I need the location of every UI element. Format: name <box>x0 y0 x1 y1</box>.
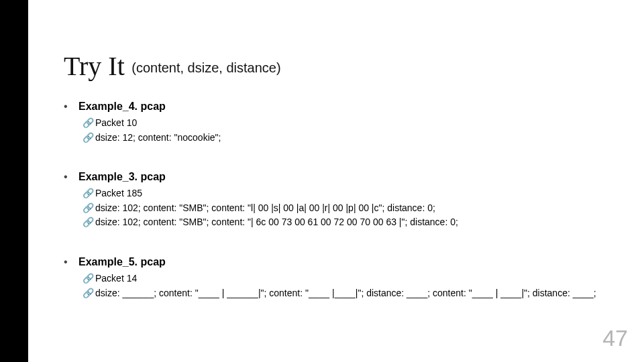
link-icon: 🔗 <box>83 272 94 286</box>
link-icon: 🔗 <box>83 187 94 200</box>
link-icon: 🔗 <box>83 117 94 130</box>
slide-subtitle: (content, dsize, distance) <box>131 60 280 75</box>
example-line: 🔗Packet 14 <box>83 272 604 286</box>
example-heading: Example_5. pcap <box>64 256 604 268</box>
bullet-list: Example_4. pcap 🔗Packet 10 🔗dsize: 12; c… <box>64 101 604 300</box>
left-accent-bar <box>0 0 28 362</box>
example-line: 🔗dsize: 102; content: "SMB"; content: "l… <box>83 202 604 215</box>
example-line: 🔗dsize: 12; content: "nocookie"; <box>83 131 604 145</box>
link-icon: 🔗 <box>83 131 94 145</box>
example-line: 🔗Packet 10 <box>83 117 604 130</box>
slide-content: Try It (content, dsize, distance) Exampl… <box>64 50 604 301</box>
slide-title: Try It <box>64 51 125 81</box>
page-number: 47 <box>602 325 628 351</box>
example-line: 🔗Packet 185 <box>83 187 604 200</box>
link-icon: 🔗 <box>83 216 94 229</box>
link-icon: 🔗 <box>83 287 94 300</box>
example-heading: Example_4. pcap <box>64 101 604 113</box>
example-line: 🔗dsize: ______; content: "____ | ______|… <box>83 287 604 300</box>
slide: Try It (content, dsize, distance) Exampl… <box>0 0 644 362</box>
link-icon: 🔗 <box>83 202 94 215</box>
example-line: 🔗dsize: 102; content: "SMB"; content: "|… <box>83 216 604 229</box>
example-heading: Example_3. pcap <box>64 171 604 183</box>
